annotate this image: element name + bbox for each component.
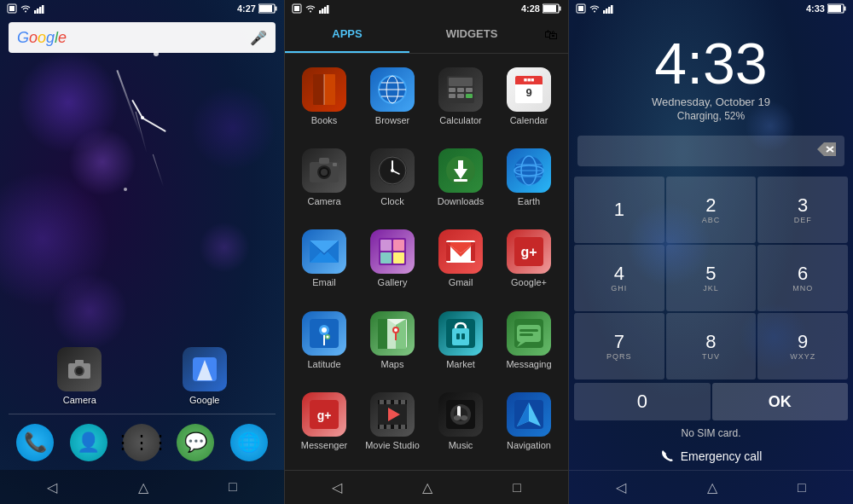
app-messenger[interactable]: g+ Messenger	[292, 385, 357, 463]
browser-svg	[377, 74, 408, 105]
key-8[interactable]: 8 TUV	[666, 313, 757, 379]
browser-icon	[370, 67, 415, 112]
emergency-call-button[interactable]: Emergency call	[569, 443, 853, 470]
svg-point-129	[454, 415, 461, 420]
app-earth[interactable]: Earth	[496, 142, 561, 219]
messenger-label: Messenger	[301, 440, 347, 451]
app-maps[interactable]: Maps	[360, 304, 425, 382]
recents-button-apps[interactable]: □	[513, 480, 521, 495]
app-browser[interactable]: Browser	[360, 61, 425, 138]
recents-button-home[interactable]: □	[229, 479, 237, 495]
svg-rect-76	[380, 240, 392, 251]
pin-delete-button[interactable]	[817, 142, 836, 160]
clock-minute-hand	[142, 117, 165, 131]
key-1[interactable]: 1	[574, 177, 664, 243]
home-button-home[interactable]: △	[138, 479, 148, 495]
svg-rect-38	[457, 88, 464, 92]
battery-icon-apps	[543, 3, 561, 14]
svg-rect-104	[461, 333, 465, 339]
tab-apps[interactable]: APPS	[285, 17, 409, 53]
app-email[interactable]: Email	[292, 223, 357, 300]
app-downloads[interactable]: Downloads	[428, 142, 493, 219]
lock-charging: Charging, 52%	[569, 110, 853, 122]
numpad: 1 2 ABC 3 DEF 4 GHI 5 JKL 6 MNO 7 PQRS 8	[574, 177, 848, 379]
svg-rect-63	[454, 179, 467, 182]
svg-rect-77	[393, 240, 404, 251]
svg-rect-121	[394, 425, 398, 429]
dock-sms[interactable]: 💬	[177, 424, 214, 461]
key-6[interactable]: 6 MNO	[757, 245, 848, 311]
app-books[interactable]: Books	[292, 61, 357, 138]
status-bar-home: 4:27	[0, 0, 284, 17]
app-gplus[interactable]: g+ Google+	[496, 223, 561, 300]
key-5[interactable]: 5 JKL	[666, 245, 757, 311]
svg-rect-45	[515, 83, 543, 84]
ok-button[interactable]: OK	[712, 383, 849, 420]
clock-widget	[108, 84, 177, 152]
email-label: Email	[312, 277, 336, 288]
messaging-label: Messaging	[506, 359, 551, 370]
app-latitude[interactable]: Latitude	[292, 304, 357, 382]
google-search-bar[interactable]: Google 🎤	[9, 22, 276, 53]
back-button-lock[interactable]: ◁	[616, 479, 626, 495]
svg-text:9: 9	[525, 86, 531, 99]
home-button-apps[interactable]: △	[422, 479, 432, 495]
app-navigation[interactable]: Navigation	[496, 385, 561, 463]
signal-icon	[34, 3, 44, 14]
svg-point-59	[391, 169, 394, 172]
wifi-icon-lock	[589, 4, 601, 13]
back-button-apps[interactable]: ◁	[332, 479, 342, 495]
status-left	[7, 3, 44, 14]
gmail-icon	[438, 229, 483, 274]
key-0[interactable]: 0	[574, 383, 711, 420]
home-dock: 📞 👤 ⋮⋮⋮ 💬 🌐	[0, 414, 284, 470]
svg-rect-139	[608, 7, 611, 14]
key-2[interactable]: 2 ABC	[666, 177, 757, 243]
cal-svg: ■■■ 9	[514, 74, 544, 105]
home-icon-google[interactable]: Google	[183, 347, 227, 405]
sim-icon-lock	[576, 3, 586, 14]
app-messaging[interactable]: Messaging	[496, 304, 561, 382]
dock-browser[interactable]: 🌐	[230, 424, 268, 461]
svg-rect-36	[449, 78, 473, 86]
key-9[interactable]: 9 WXYZ	[757, 313, 848, 379]
home-icon-camera[interactable]: Camera	[57, 347, 102, 405]
navigation-label: Navigation	[507, 440, 551, 451]
tab-widgets[interactable]: WIDGETS	[409, 17, 534, 53]
recents-button-lock[interactable]: □	[798, 480, 806, 495]
gallery-icon	[370, 229, 415, 274]
app-market[interactable]: Market	[428, 304, 493, 382]
dock-apps[interactable]: ⋮⋮⋮	[123, 424, 160, 461]
app-music[interactable]: Music	[428, 385, 493, 463]
app-camera[interactable]: Camera	[292, 142, 357, 219]
svg-text:g+: g+	[520, 245, 537, 259]
app-clock[interactable]: Clock	[360, 142, 425, 219]
google-icon-img	[183, 347, 227, 391]
svg-rect-122	[401, 425, 405, 429]
key-7[interactable]: 7 PQRS	[574, 313, 664, 379]
earth-svg	[514, 155, 544, 186]
app-movie[interactable]: Movie Studio	[360, 385, 425, 463]
key-3[interactable]: 3 DEF	[757, 177, 848, 243]
calendar-label: Calendar	[510, 115, 548, 126]
svg-rect-53	[333, 163, 337, 166]
clock-svg	[377, 155, 408, 186]
home-button-lock[interactable]: △	[707, 479, 717, 495]
books-label: Books	[311, 115, 338, 126]
app-gmail[interactable]: Gmail	[428, 223, 493, 300]
phone-icon-emergency	[660, 449, 674, 463]
lock-time-display: 4:33	[569, 34, 853, 92]
svg-rect-3	[34, 10, 37, 14]
app-calculator[interactable]: Calculator	[428, 61, 493, 138]
mic-icon[interactable]: 🎤	[250, 30, 267, 46]
tab-store[interactable]: 🛍	[534, 17, 568, 53]
calc-svg	[445, 74, 476, 105]
app-gallery[interactable]: Gallery	[360, 223, 425, 300]
back-button-home[interactable]: ◁	[47, 479, 57, 495]
battery-icon-lock	[827, 3, 846, 14]
dock-contacts[interactable]: 👤	[70, 424, 107, 461]
app-calendar[interactable]: ■■■ 9 Calendar	[496, 61, 561, 138]
dock-phone[interactable]: 📞	[16, 424, 54, 461]
key-4[interactable]: 4 GHI	[574, 245, 664, 311]
svg-rect-120	[386, 425, 391, 429]
